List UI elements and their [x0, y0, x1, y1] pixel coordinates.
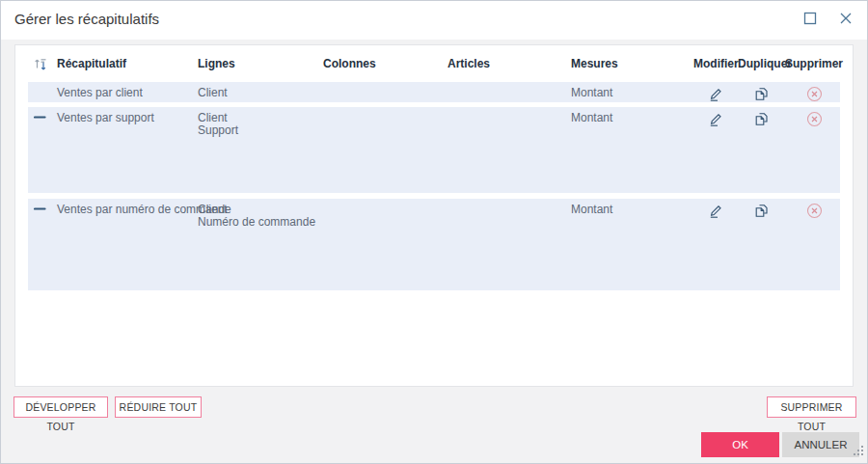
edit-icon[interactable] [708, 203, 724, 219]
column-header-modifier: Modifier [693, 57, 738, 70]
row-mesures: Montant [571, 107, 693, 193]
delete-all-button[interactable]: SUPPRIMER TOUT [767, 396, 856, 418]
row-toggle[interactable] [28, 199, 57, 290]
row-name: Ventes par numéro de commande [57, 199, 198, 290]
row-articles [448, 82, 571, 105]
collapse-icon[interactable] [34, 111, 46, 123]
delete-icon[interactable] [806, 203, 823, 219]
row-toggle[interactable] [28, 82, 57, 105]
table-header: Récapitulatif Lignes Colonnes Articles M… [28, 45, 840, 82]
table-body: Ventes par client Client Montant [28, 82, 840, 290]
duplicate-icon[interactable] [753, 86, 770, 102]
table-row[interactable]: Ventes par numéro de commande ClientNumé… [28, 199, 840, 290]
collapse-all-button[interactable]: RÉDUIRE TOUT [115, 396, 202, 418]
row-lignes: ClientSupport [198, 107, 323, 193]
column-header-lignes[interactable]: Lignes [198, 57, 323, 70]
dialog-title: Gérer les récapitulatifs [14, 11, 159, 27]
row-name: Ventes par support [57, 107, 198, 193]
expand-all-button[interactable]: DÉVELOPPER TOUT [14, 396, 108, 418]
row-name: Ventes par client [57, 82, 198, 105]
row-articles [448, 107, 571, 193]
edit-icon[interactable] [708, 86, 724, 102]
delete-icon[interactable] [806, 111, 823, 127]
column-header-colonnes[interactable]: Colonnes [323, 57, 448, 70]
row-toggle[interactable] [28, 107, 57, 193]
row-lignes: Client [198, 82, 323, 105]
table-row[interactable]: Ventes par support ClientSupport Montant [28, 107, 840, 193]
row-articles [448, 199, 571, 290]
row-colonnes [323, 107, 448, 193]
row-mesures: Montant [571, 82, 693, 105]
summaries-table: Récapitulatif Lignes Colonnes Articles M… [14, 44, 854, 387]
close-icon[interactable] [837, 10, 854, 27]
table-row[interactable]: Ventes par client Client Montant [28, 82, 840, 102]
column-header-mesures[interactable]: Mesures [571, 57, 693, 70]
duplicate-icon[interactable] [753, 203, 770, 219]
titlebar: Gérer les récapitulatifs [1, 1, 867, 40]
row-mesures: Montant [571, 199, 693, 290]
row-colonnes [323, 82, 448, 105]
row-lignes: ClientNuméro de commande [198, 199, 323, 290]
delete-icon[interactable] [806, 86, 823, 102]
cancel-button[interactable]: ANNULER [782, 432, 859, 457]
duplicate-icon[interactable] [753, 111, 770, 127]
row-colonnes [323, 199, 448, 290]
sort-icon[interactable] [33, 56, 62, 74]
column-header-supprimer: Supprimer [784, 57, 844, 70]
edit-icon[interactable] [708, 111, 724, 127]
column-header-recapitulatif[interactable]: Récapitulatif [57, 57, 198, 70]
column-header-articles[interactable]: Articles [448, 57, 571, 70]
manage-summaries-dialog: Gérer les récapitulatifs Récapitulati [0, 0, 868, 464]
collapse-icon[interactable] [34, 203, 46, 215]
column-header-dupliquer: Dupliquer [738, 57, 784, 70]
resize-grip-icon[interactable] [853, 443, 864, 460]
ok-button[interactable]: OK [701, 432, 779, 457]
maximize-icon[interactable] [801, 10, 819, 27]
